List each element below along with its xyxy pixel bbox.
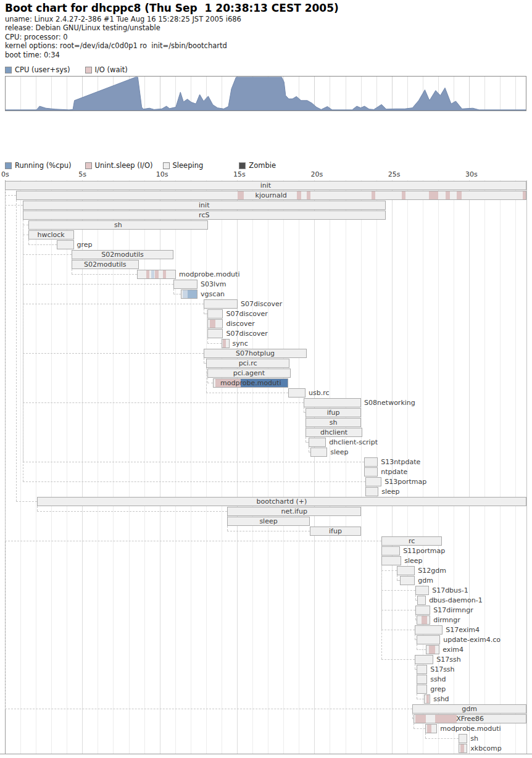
gantt-gridline [175,180,176,754]
legend-label: I/O (wait) [95,65,128,74]
bootchart-page: Boot chart for dhcppc8 (Thu Sep 1 20:38:… [0,0,532,758]
tree-connector [16,501,37,502]
legend-swatch-icon [239,162,246,169]
tree-connector [381,590,415,591]
process-state-segment [210,320,215,328]
process-label: S07discover [226,309,267,319]
legend-label: CPU (user+sys) [15,65,70,74]
process-label: XFree86 [414,714,526,723]
process-gantt-chart: initkjournaldinitrcSshhwclockgrepS02modu… [0,180,532,754]
process-bar [207,319,223,328]
tree-connector [16,200,17,501]
process-bar [425,724,437,733]
legend-item: Unint.sleep (I/O) [85,161,153,170]
gantt-gridline [191,180,191,754]
legend-swatch-icon [5,67,12,73]
process-bar [415,625,443,635]
process-label: ifup [310,527,361,536]
gantt-gridline [237,180,238,754]
gantt-gridline [222,180,222,754]
gantt-gridline [283,180,284,754]
tree-connector [227,526,228,531]
process-label: vgscan [201,289,225,299]
legend-label: Zombie [249,161,276,170]
gantt-gridline [160,180,160,754]
tree-connector [173,289,174,294]
process-label: sh [305,418,361,427]
process-state-segment [163,270,166,278]
process-label: update-exim4.co [443,635,501,644]
tree-connector [305,437,306,442]
process-label: ntpdate [381,467,407,477]
legend-swatch-icon [5,162,12,169]
process-state-segment [429,646,435,654]
process-label: S17ssh [436,655,460,664]
tree-connector [204,309,204,314]
process-label: S03lvm [201,280,226,289]
tree-connector [207,338,208,343]
axis-tick-label: 20s [310,170,323,178]
process-label: S02modutils [72,250,173,259]
process-state-segment [223,339,226,348]
tree-connector [23,254,72,255]
tree-connector [417,699,424,699]
process-state-segment [427,725,431,733]
gantt-gridline [314,180,315,754]
tree-connector [381,610,415,610]
time-axis: 0s5s10s15s20s25s30s [0,170,532,179]
process-bar [365,477,381,486]
process-bar [288,388,305,398]
process-label: S17dbus-1 [432,586,468,595]
tree-connector [417,644,417,649]
tree-connector [417,649,426,650]
process-bar [137,270,176,279]
cpu-usage-chart [5,76,526,111]
tree-connector [425,738,459,739]
tree-connector [227,531,310,531]
axis-tick-label: 0s [1,170,9,178]
system-info: uname: Linux 2.4.27-2-386 #1 Tue Aug 16 … [5,15,241,59]
gantt-gridline [206,180,207,754]
legend-swatch-icon [85,162,92,169]
process-label: net.ifup [227,507,361,516]
process-label: pci.rc [206,359,289,368]
tree-connector [23,225,28,225]
tree-connector [23,481,365,482]
legend-item: I/O (wait) [85,65,128,74]
process-label: sleep [404,556,422,565]
axis-tick-label: 5s [78,170,86,178]
process-label: S11portmap [403,546,445,556]
process-bar [310,448,327,457]
process-state-segment [183,290,188,298]
tree-connector [28,244,57,245]
legend-item: Sleeping [163,161,204,170]
tree-connector [397,575,397,580]
process-bar [173,280,197,289]
tree-connector [425,733,426,738]
tree-connector [415,595,416,600]
process-label: sh [470,734,478,743]
process-label: pci.agent [207,369,290,378]
axis-tick-label: 30s [465,170,478,178]
tree-connector [23,284,173,285]
tree-connector [28,239,29,244]
gantt-gridline [469,180,470,754]
process-label: sshd [433,694,449,704]
info-line: CPU: processor: 0 [5,33,241,41]
process-state-segment [188,290,193,298]
gantt-gridline [299,180,299,754]
process-label: modprobe.moduti [213,378,288,388]
process-label: modprobe.moduti [440,724,501,733]
process-bar [415,606,430,615]
gantt-gridline [252,180,253,754]
info-line: release: Debian GNU/Linux testing/unstab… [5,23,241,32]
tree-connector [72,274,138,275]
tree-connector [204,358,204,363]
process-label: S17exim4 [446,625,480,635]
process-state-segment [151,270,154,278]
tree-connector [414,723,414,728]
legend-item: Zombie [239,161,276,170]
process-bar [417,596,426,605]
process-bar [364,467,378,477]
cpu-legend: CPU (user+sys)I/O (wait) [5,65,143,74]
